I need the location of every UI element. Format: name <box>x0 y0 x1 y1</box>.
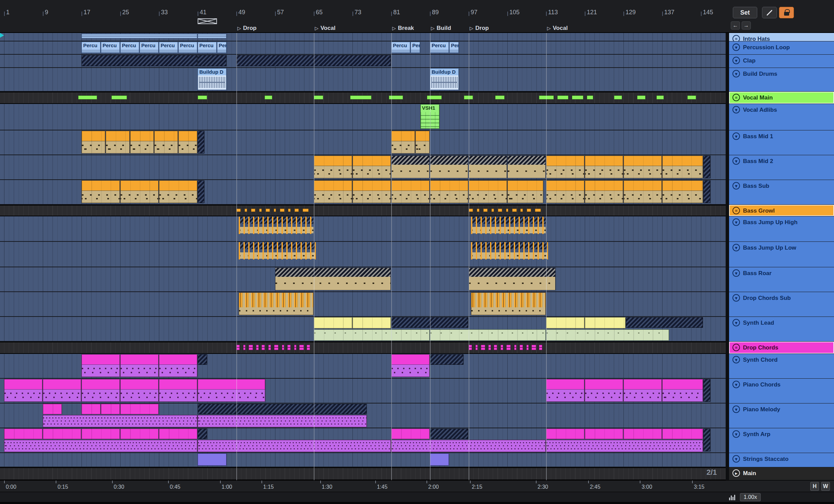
clip-percu[interactable]: Percu <box>449 42 459 53</box>
track-fold-icon[interactable]: ▾ <box>732 70 740 77</box>
track-fold-icon[interactable]: ▾ <box>732 294 740 302</box>
clip-percu[interactable]: Percu <box>411 42 420 53</box>
clip-magenta-midi[interactable] <box>81 354 120 377</box>
track-header-clap[interactable]: ▾Clap <box>729 55 834 68</box>
clip-hatch-half[interactable] <box>391 317 468 328</box>
track-header-bass-growl[interactable]: ≡Bass Growl <box>729 205 834 216</box>
zoom-width-button[interactable]: W <box>821 482 830 491</box>
clip-orange-midi[interactable] <box>106 131 129 154</box>
clip-hatch-half[interactable] <box>198 404 367 414</box>
clip-mini-green[interactable] <box>656 95 664 100</box>
clip-mini-green[interactable] <box>198 95 207 100</box>
bar-number[interactable]: 49 <box>238 9 245 16</box>
clip-orange-midi[interactable] <box>546 156 584 178</box>
clip-magenta-midi[interactable] <box>120 379 159 402</box>
clip-orange-midi[interactable] <box>662 180 703 203</box>
clip-mini-orange[interactable] <box>506 209 509 212</box>
track-header-vocal-main[interactable]: ≡Vocal Main <box>729 92 834 104</box>
clip-magenta-top[interactable] <box>662 429 703 439</box>
time-label[interactable]: 3:00 <box>641 484 652 490</box>
clip-mini-orange[interactable] <box>294 209 299 212</box>
lane-bass-jump-up-low[interactable] <box>0 242 726 267</box>
clip-percu[interactable]: Percu <box>217 42 226 53</box>
lane-synth-chord[interactable] <box>0 354 726 379</box>
clip-vsh1[interactable]: VSH1 <box>420 104 439 129</box>
clip-mini-magenta[interactable] <box>539 345 542 350</box>
lanes[interactable]: 2/1 PercuPercuPercuPercuPercuPercuPercuP… <box>0 33 726 480</box>
clip-mini-green[interactable] <box>495 95 505 100</box>
forward-button[interactable]: → <box>742 21 751 30</box>
bar-number[interactable]: 65 <box>316 9 323 16</box>
lane-drop-chords[interactable] <box>0 342 726 354</box>
clip-magenta-top[interactable] <box>585 429 623 439</box>
clip-mini-blue[interactable] <box>198 34 226 38</box>
clip-magenta-top[interactable] <box>623 429 662 439</box>
clip-chop[interactable] <box>239 292 313 315</box>
clip-mini-magenta[interactable] <box>274 345 278 350</box>
time-label[interactable]: 2:45 <box>590 484 600 490</box>
time-label[interactable]: 1:15 <box>263 484 274 490</box>
time-ruler[interactable]: 0:000:150:300:451:001:151:301:452:002:15… <box>0 480 726 492</box>
clip-percu[interactable]: Percu <box>120 42 139 53</box>
track-header-synth-lead[interactable]: ▾Synth Lead <box>729 317 834 342</box>
track-header-bass-roar[interactable]: ▾Bass Roar <box>729 267 834 292</box>
clip-hatch-full[interactable] <box>81 55 197 66</box>
lane-vocal-adlibs[interactable]: VSH1 <box>0 104 726 130</box>
clip-percu[interactable]: Percu <box>198 42 217 53</box>
track-header-piano-melody[interactable]: ▾Piano Melody <box>729 403 834 428</box>
clip-magenta-midi[interactable] <box>4 379 42 402</box>
clip-percu[interactable]: Percu <box>101 42 120 53</box>
bar-number[interactable]: 105 <box>509 9 520 16</box>
clip-mini-green[interactable] <box>687 95 696 100</box>
clip-orange-midi[interactable] <box>415 131 430 154</box>
lane-build-drums[interactable]: Buildup DBuildup D <box>0 68 726 92</box>
clip-mini-orange[interactable] <box>469 209 473 212</box>
clip-hatch-full[interactable] <box>703 429 710 451</box>
track-header-vocal-adlibs[interactable]: ▾Vocal Adlibs <box>729 104 834 130</box>
track-panel-divider[interactable] <box>726 33 729 480</box>
clip-orange-midi[interactable] <box>120 180 159 203</box>
clip-palegreen-bottom[interactable] <box>314 329 430 341</box>
clip-mini-green[interactable] <box>587 95 593 100</box>
clip-mini-green[interactable] <box>111 95 127 100</box>
bar-number[interactable]: 81 <box>393 9 400 16</box>
track-header-bass-jump-up-low[interactable]: ▾Bass Jump Up Low <box>729 242 834 267</box>
time-label[interactable]: 0:30 <box>114 484 124 490</box>
lane-bass-roar[interactable] <box>0 267 726 292</box>
clip-muted-midi[interactable] <box>430 156 468 178</box>
lane-piano-melody[interactable] <box>0 403 726 428</box>
clip-mini-orange[interactable] <box>303 209 309 212</box>
clip-magenta-midi[interactable] <box>159 379 197 402</box>
clip-mini-magenta[interactable] <box>256 345 259 350</box>
clip-mini-orange[interactable] <box>280 209 284 212</box>
clip-percu[interactable]: Percu <box>140 42 159 53</box>
clip-muted-midi[interactable] <box>391 156 430 178</box>
clip-hatch-half[interactable] <box>626 317 703 328</box>
clip-percu[interactable]: Percu <box>430 42 449 53</box>
clip-mini-magenta[interactable] <box>475 345 478 350</box>
clip-mini-orange[interactable] <box>527 209 531 212</box>
track-fold-icon[interactable]: ▾ <box>732 455 740 463</box>
clip-chop[interactable] <box>471 292 546 315</box>
track-fold-icon[interactable]: ▾ <box>732 132 740 140</box>
clip-mini-magenta[interactable] <box>514 345 517 350</box>
track-header-drop-chords[interactable]: ≡Drop Chords <box>729 342 834 354</box>
track-fold-icon[interactable]: ▾ <box>732 269 740 277</box>
clip-orange-midi[interactable] <box>314 180 352 203</box>
back-button[interactable]: ← <box>731 21 740 30</box>
clip-violet-bottom[interactable] <box>43 415 197 427</box>
track-header-bass-jump-up-high[interactable]: ▾Bass Jump Up High <box>729 216 834 242</box>
clip-mini-magenta[interactable] <box>243 345 246 350</box>
clip-magenta-top[interactable] <box>391 429 430 439</box>
clip-mini-orange[interactable] <box>288 209 291 212</box>
clip-orange-midi[interactable] <box>391 180 430 203</box>
locator-break[interactable]: ▷Break <box>392 25 414 32</box>
zoom-height-button[interactable]: H <box>810 482 819 491</box>
clip-mini-magenta[interactable] <box>236 345 240 350</box>
clip-mini-magenta[interactable] <box>287 345 291 350</box>
clip-hatch-full[interactable] <box>703 379 710 402</box>
track-group-icon[interactable]: ≡ <box>732 207 740 214</box>
clip-orange-midi[interactable] <box>623 156 662 178</box>
track-header-bass-mid-1[interactable]: ▾Bass Mid 1 <box>729 130 834 155</box>
clip-jumpup[interactable] <box>471 217 546 240</box>
